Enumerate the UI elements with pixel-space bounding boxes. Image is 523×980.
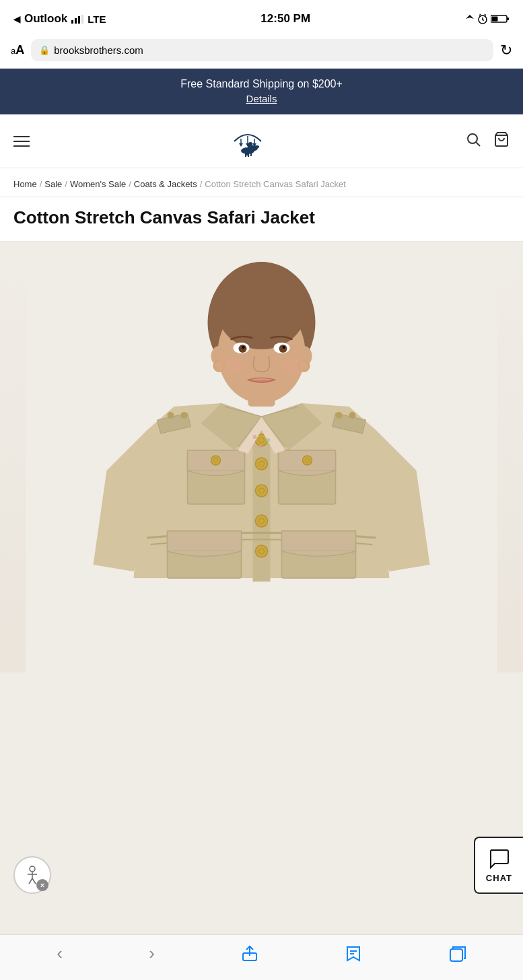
alarm-icon — [477, 13, 488, 24]
svg-point-72 — [216, 358, 243, 374]
svg-rect-2 — [78, 16, 80, 24]
svg-rect-3 — [81, 15, 83, 24]
svg-rect-19 — [245, 152, 246, 157]
svg-point-26 — [248, 143, 253, 150]
svg-point-71 — [283, 346, 285, 349]
promo-link[interactable]: Details — [246, 93, 277, 104]
url-text: brooksbrothers.com — [54, 44, 143, 56]
time-display: 12:50 PM — [260, 12, 310, 26]
svg-point-55 — [256, 485, 268, 497]
svg-line-77 — [29, 878, 32, 884]
svg-point-42 — [349, 412, 356, 419]
network-label: LTE — [88, 13, 106, 25]
cart-button[interactable] — [493, 131, 510, 151]
phone-frame: ◀ Outlook LTE 12:50 PM — [0, 0, 523, 980]
svg-point-70 — [242, 346, 245, 349]
promo-banner: Free Standard Shipping on $200+ Details — [0, 69, 523, 114]
lock-icon: 🔒 — [39, 45, 50, 55]
svg-point-63 — [258, 445, 263, 449]
browser-forward-button[interactable]: › — [149, 943, 155, 964]
svg-point-73 — [281, 358, 308, 374]
product-title: Cotton Stretch Canvas Safari Jacket — [13, 207, 510, 230]
product-title-area: Cotton Stretch Canvas Safari Jacket — [0, 197, 523, 242]
share-icon — [241, 945, 258, 963]
text-size-button[interactable]: aA — [11, 43, 24, 57]
svg-rect-22 — [246, 151, 248, 155]
breadcrumb-sep-4: / — [200, 178, 203, 191]
svg-point-27 — [468, 134, 477, 143]
accessibility-close-button[interactable]: × — [36, 879, 48, 891]
svg-point-68 — [239, 345, 247, 353]
big-a: A — [15, 43, 24, 57]
svg-rect-1 — [75, 18, 77, 24]
browser-share-button[interactable] — [241, 945, 258, 963]
svg-point-35 — [218, 275, 306, 349]
forward-arrow-icon: › — [149, 943, 155, 964]
svg-rect-50 — [253, 427, 271, 582]
status-left: ◀ Outlook LTE — [13, 12, 106, 26]
search-button[interactable] — [465, 131, 481, 151]
breadcrumb-sep-2: / — [65, 178, 67, 191]
hamburger-line-1 — [13, 136, 30, 137]
status-right — [465, 13, 510, 24]
accessibility-inner: × — [15, 858, 50, 893]
svg-point-62 — [267, 438, 271, 442]
browser-tabs-button[interactable] — [449, 945, 466, 963]
breadcrumb-womens-sale[interactable]: Women's Sale — [70, 178, 126, 191]
battery-icon — [491, 14, 510, 24]
status-bar: ◀ Outlook LTE 12:50 PM — [0, 0, 523, 34]
breadcrumb-sep-1: / — [40, 178, 42, 191]
breadcrumb: Home / Sale / Women's Sale / Coats & Jac… — [0, 168, 523, 197]
svg-point-43 — [336, 412, 343, 419]
site-logo[interactable] — [221, 123, 275, 160]
svg-rect-21 — [250, 152, 252, 156]
svg-rect-10 — [507, 18, 509, 20]
svg-line-8 — [485, 14, 486, 15]
hamburger-line-2 — [13, 141, 30, 142]
back-arrow-icon: ‹ — [57, 943, 63, 964]
header-icons — [465, 131, 510, 151]
svg-point-24 — [255, 145, 259, 148]
svg-point-41 — [181, 412, 188, 419]
svg-marker-13 — [239, 143, 243, 147]
site-header — [0, 114, 523, 168]
browser-bookmarks-button[interactable] — [345, 945, 362, 963]
svg-point-40 — [168, 412, 174, 419]
svg-point-74 — [30, 866, 35, 872]
brooks-brothers-logo — [221, 123, 275, 160]
carrier-label: Outlook — [24, 12, 67, 26]
bookmarks-icon — [345, 945, 362, 963]
svg-point-69 — [279, 345, 287, 353]
browser-back-button[interactable]: ‹ — [57, 943, 63, 964]
bottom-browser-bar: ‹ › — [0, 934, 523, 980]
svg-rect-11 — [491, 17, 497, 22]
refresh-button[interactable]: ↻ — [500, 42, 512, 59]
svg-line-28 — [477, 142, 481, 146]
product-image — [0, 242, 523, 672]
svg-rect-20 — [248, 152, 249, 157]
svg-point-48 — [303, 456, 312, 465]
breadcrumb-current-product: Cotton Stretch Canvas Safari Jacket — [205, 178, 346, 191]
accessibility-button[interactable]: × — [13, 856, 51, 894]
promo-text: Free Standard Shipping on $200+ — [13, 78, 510, 90]
svg-rect-0 — [71, 20, 73, 24]
svg-line-7 — [479, 14, 481, 15]
svg-point-57 — [256, 515, 268, 527]
svg-line-78 — [32, 878, 36, 884]
breadcrumb-sep-3: / — [129, 178, 131, 191]
breadcrumb-home[interactable]: Home — [13, 178, 37, 191]
hamburger-line-3 — [13, 145, 30, 147]
chat-label: CHAT — [486, 873, 512, 883]
breadcrumb-coats-jackets[interactable]: Coats & Jackets — [134, 178, 197, 191]
location-icon — [465, 14, 475, 24]
url-bar[interactable]: 🔒 brooksbrothers.com — [31, 39, 493, 61]
chat-button[interactable]: CHAT — [474, 837, 523, 894]
hamburger-menu-button[interactable] — [13, 136, 30, 147]
svg-point-61 — [253, 435, 257, 439]
product-image-container[interactable]: CHAT × — [0, 242, 523, 934]
signal-icon — [71, 15, 83, 24]
breadcrumb-sale[interactable]: Sale — [44, 178, 62, 191]
model-svg — [0, 242, 523, 672]
chat-bubble-icon — [488, 847, 510, 869]
svg-point-45 — [211, 456, 221, 465]
